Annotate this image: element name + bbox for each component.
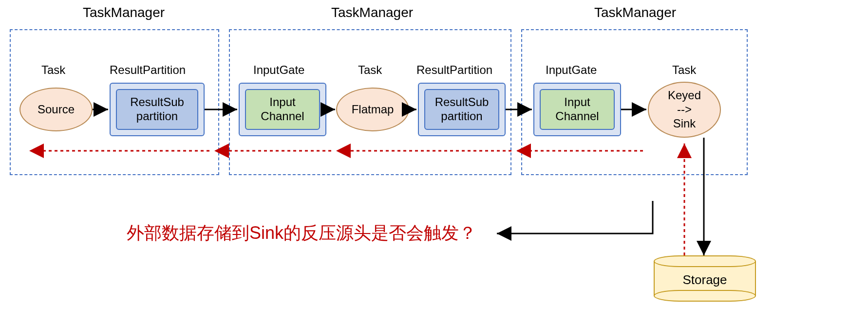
- tm2-rp-label: ResultPartition: [416, 63, 492, 77]
- tm2-input-gate: InputChannel: [239, 83, 326, 136]
- tm3-input-gate: InputChannel: [533, 83, 621, 136]
- tm1-result-subpartition: ResultSubpartition: [116, 89, 198, 130]
- tm2-result-subpartition: ResultSubpartition: [424, 89, 500, 130]
- tm1-title: TaskManager: [83, 5, 165, 20]
- storage-cylinder: Storage: [654, 255, 756, 302]
- tm1-task-label: Task: [41, 63, 65, 77]
- tm2-input-channel: InputChannel: [245, 89, 321, 130]
- tm3-input-channel: InputChannel: [540, 89, 615, 130]
- storage-label: Storage: [654, 258, 756, 302]
- arrow-question-pointer: [497, 201, 653, 234]
- tm3-task-label: Task: [672, 63, 696, 77]
- source-task: Source: [19, 88, 93, 131]
- tm3-ig-label: InputGate: [546, 63, 597, 77]
- tm3-title: TaskManager: [594, 5, 676, 20]
- tm2-task-label: Task: [358, 63, 382, 77]
- tm2-result-partition: ResultSubpartition: [418, 83, 506, 136]
- flatmap-task: Flatmap: [336, 88, 409, 131]
- tm1-rp-label: ResultPartition: [110, 63, 186, 77]
- tm2-title: TaskManager: [331, 5, 413, 20]
- tm2-ig-label: InputGate: [253, 63, 304, 77]
- question-text: 外部数据存储到Sink的反压源头是否会触发？: [127, 221, 476, 245]
- tm1-result-partition: ResultSubpartition: [110, 83, 205, 136]
- sink-task: Keyed-->Sink: [648, 82, 721, 138]
